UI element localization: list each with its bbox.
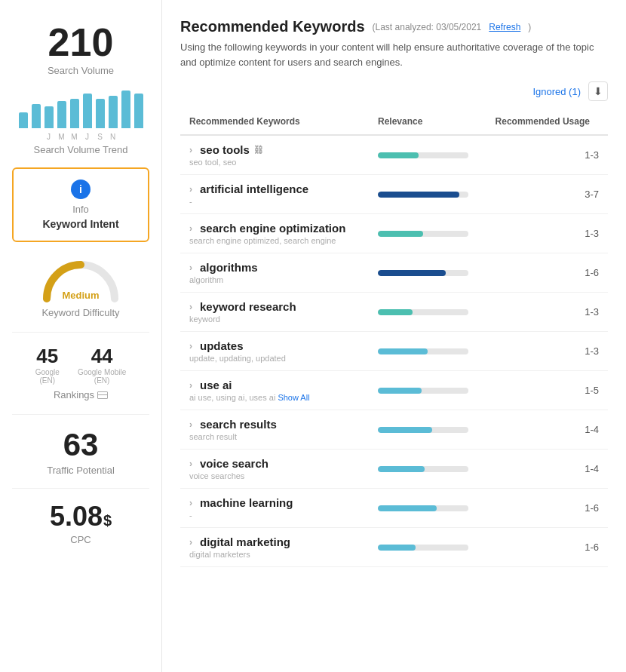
keyword-synonyms: search result [189,432,360,441]
chevron-icon[interactable]: › [189,341,192,351]
chevron-icon[interactable]: › [189,223,192,234]
chevron-icon[interactable]: › [189,459,192,469]
bar [121,91,130,128]
relevance-cell [369,214,486,253]
relevance-cell [369,135,486,175]
relevance-bar-fill [378,348,428,354]
google-mobile-ranking: 44 Google Mobile(EN) [78,345,126,385]
google-mobile-rank-label: Google Mobile(EN) [78,368,126,385]
panel-header: Recommended Keywords (Last analyzed: 03/… [180,18,608,69]
keyword-main-row: ›updates [189,339,360,352]
chevron-icon[interactable]: › [189,145,192,155]
relevance-bar-fill [378,152,419,158]
keyword-main-row: ›digital marketing [189,535,360,548]
keyword-main-row: ›search engine optimization [189,222,360,235]
keyword-main-row: ›keyword research [189,300,360,313]
chevron-icon[interactable]: › [189,380,192,391]
col-relevance: Relevance [369,109,486,135]
col-keyword: Recommended Keywords [180,109,369,135]
chevron-icon[interactable]: › [189,498,192,508]
bar [70,99,79,128]
link-icon: ⛓ [254,145,263,155]
chevron-icon[interactable]: › [189,302,192,312]
difficulty-value-label: Medium [62,290,99,301]
keyword-cell: ›artificial intelligence- [180,175,369,214]
usage-cell: 1-3 [486,293,608,332]
gauge-container: Medium [39,257,122,302]
keyword-synonyms: update, updating, updated [189,354,360,363]
keyword-main-row: ›use ai [189,379,360,391]
cpc-section: 5.08$ CPC [12,488,149,545]
table-controls: Ignored (1) ⬇ [180,81,608,101]
chevron-icon[interactable]: › [189,184,192,195]
chevron-icon[interactable]: › [189,419,192,430]
title-row: Recommended Keywords (Last analyzed: 03/… [180,18,608,35]
table-header: Recommended Keywords Relevance Recommend… [180,109,608,135]
keyword-synonyms: ai use, using ai, uses ai Show All [189,393,360,402]
col-usage: Recommended Usage [486,109,608,135]
main-panel: Recommended Keywords (Last analyzed: 03/… [162,0,626,672]
keyword-cell: ›updatesupdate, updating, updated [180,332,369,371]
usage-cell: 1-4 [486,450,608,489]
relevance-bar-fill [378,192,459,198]
relevance-cell [369,253,486,293]
usage-cell: 1-4 [486,410,608,450]
keyword-synonyms: algorithm [189,275,360,284]
download-button[interactable]: ⬇ [588,81,608,101]
relevance-bar-bg [378,192,468,198]
keyword-synonyms: keyword [189,315,360,324]
relevance-bar-bg [378,270,468,276]
relevance-cell [369,489,486,528]
keyword-cell: ›seo tools⛓seo tool, seo [180,135,369,175]
keyword-intent-box: i Info Keyword Intent [12,167,149,242]
chart-label-item: M [57,133,66,141]
keyword-text: keyword research [200,300,296,313]
usage-cell: 1-3 [486,135,608,175]
rankings-label: Rankings [54,389,108,400]
relevance-cell [369,175,486,214]
refresh-link[interactable]: Refresh [489,22,520,32]
relevance-bar-fill [378,505,437,511]
search-volume-chart [19,87,143,128]
relevance-cell [369,528,486,567]
keyword-main-row: ›machine learning [189,496,360,509]
relevance-bar-fill [378,388,422,394]
keyword-synonyms: digital marketers [189,550,360,559]
bar [44,106,54,128]
relevance-bar-bg [378,348,468,354]
keyword-main-row: ›artificial intelligence [189,183,360,195]
difficulty-label: Keyword Difficulty [41,307,119,318]
relevance-cell [369,371,486,410]
cpc-label: CPC [70,534,91,545]
chevron-icon[interactable]: › [189,537,192,548]
keyword-text: search engine optimization [200,222,345,235]
table-row: ›algorithmsalgorithm1-6 [180,253,608,293]
bar [19,112,28,128]
table-row: ›updatesupdate, updating, updated1-3 [180,332,608,371]
show-all-link[interactable]: Show All [278,393,309,402]
ignored-link[interactable]: Ignored (1) [532,86,581,97]
chart-label-item: J [83,133,92,141]
chart-label-item: M [70,133,79,141]
bar [109,96,118,128]
traffic-potential-section: 63 Traffic Potential [12,414,149,476]
chart-label-item: S [96,133,105,141]
rankings-text: Rankings [54,389,94,400]
bar [83,94,92,128]
table-row: ›voice searchvoice searches1-4 [180,450,608,489]
google-rank-label: Google(EN) [35,368,60,385]
usage-cell: 1-3 [486,332,608,371]
keyword-synonyms: voice searches [189,471,360,480]
google-mobile-rank-number: 44 [91,345,113,368]
keyword-text: use ai [200,379,232,391]
chevron-icon[interactable]: › [189,262,192,273]
keyword-cell: ›keyword researchkeyword [180,293,369,332]
keyword-text: seo tools [200,143,250,156]
keyword-text: updates [200,339,244,352]
relevance-bar-fill [378,309,413,315]
relevance-cell [369,293,486,332]
cpc-number: 5.08$ [50,501,112,532]
keyword-cell: ›voice searchvoice searches [180,450,369,489]
keyword-synonyms: - [189,511,360,520]
relevance-bar-fill [378,466,425,472]
